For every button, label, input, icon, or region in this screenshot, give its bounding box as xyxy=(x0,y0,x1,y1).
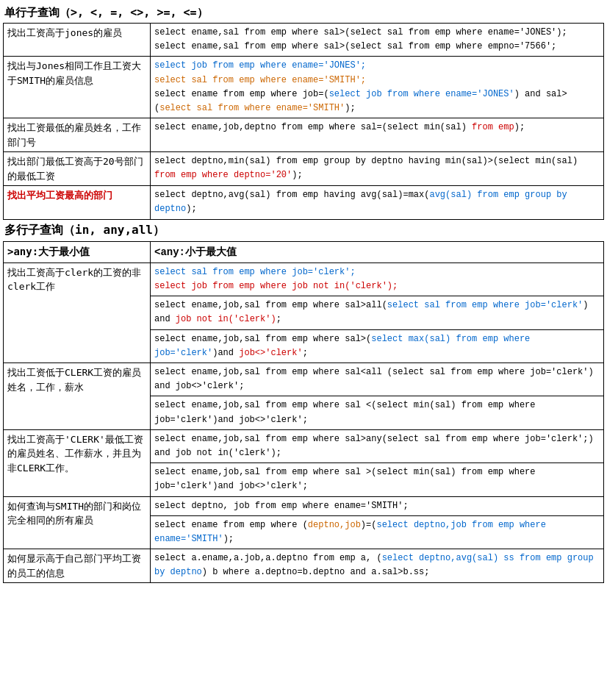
right-cell: select ename,sal from emp where sal>(sel… xyxy=(151,24,604,57)
right-cell: select ename,job,sal from emp where sal>… xyxy=(151,429,604,463)
section1-title: 单行子查询（>, <, =, <>, >=, <=） xyxy=(3,3,604,23)
main-container: 单行子查询（>, <, =, <>, >=, <=） 找出工资高于jones的雇… xyxy=(0,0,607,586)
left-cell: 找出与Jones相同工作且工资大于SMITH的雇员信息 xyxy=(4,57,151,118)
table-row: 找出工资高于jones的雇员 select ename,sal from emp… xyxy=(4,24,604,57)
table-row: 找出工资高于'CLERK'最低工资的雇员姓名、工作薪水，并且为非CLERK工作。… xyxy=(4,429,604,463)
left-cell: 如何显示高于自己部门平均工资的员工的信息 xyxy=(4,549,151,583)
table2: >any:大于最小值 <any:小于最大值 找出工资高于clerk的工资的非cl… xyxy=(3,241,604,584)
table-row: 找出工资高于clerk的工资的非clerk工作 select sal from … xyxy=(4,262,604,296)
table-row: 找出工资低于CLERK工资的雇员姓名，工作，薪水 select ename,jo… xyxy=(4,363,604,396)
any-left: >any:大于最小值 xyxy=(4,241,151,262)
table1: 找出工资高于jones的雇员 select ename,sal from emp… xyxy=(3,23,604,220)
table-row: 找出部门最低工资高于20号部门的最低工资 select deptno,min(s… xyxy=(4,152,604,186)
left-cell: 找出部门最低工资高于20号部门的最低工资 xyxy=(4,152,151,186)
right-cell: select ename,job,sal from emp where sal<… xyxy=(151,363,604,396)
right-cell: select deptno,min(sal) from emp group by… xyxy=(151,152,604,186)
right-cell: select ename,job,deptno from emp where s… xyxy=(151,118,604,152)
section2-title-text: 多行子查询（in, any,all） xyxy=(4,223,165,237)
right-cell: select ename,job,sal from emp where sal … xyxy=(151,396,604,429)
right-cell: select a.ename,a.job,a.deptno from emp a… xyxy=(151,549,604,583)
section1-title-text: 单行子查询（>, <, =, <>, >=, <=） xyxy=(4,6,208,19)
right-cell: select deptno,avg(sal) from emp having a… xyxy=(151,186,604,219)
right-cell: select deptno, job from emp where ename=… xyxy=(151,496,604,515)
right-cell: select sal from emp where job='clerk'; s… xyxy=(151,262,604,296)
left-cell: 找出工资高于jones的雇员 xyxy=(4,24,151,57)
table-row: 找出与Jones相同工作且工资大于SMITH的雇员信息 select job f… xyxy=(4,57,604,118)
right-cell: select ename from emp where (deptno,job)… xyxy=(151,515,604,549)
right-cell: select ename,job,sal from emp where sal>… xyxy=(151,296,604,329)
left-cell: 找出工资低于CLERK工资的雇员姓名，工作，薪水 xyxy=(4,363,151,430)
table-row: 找出工资最低的雇员姓名，工作部门号 select ename,job,deptn… xyxy=(4,118,604,152)
table-row: 如何显示高于自己部门平均工资的员工的信息 select a.ename,a.jo… xyxy=(4,549,604,583)
table-row: 如何查询与SMITH的部门和岗位完全相同的所有雇员 select deptno,… xyxy=(4,496,604,515)
left-cell: 找出工资高于clerk的工资的非clerk工作 xyxy=(4,262,151,362)
right-cell: select ename,job,sal from emp where sal>… xyxy=(151,329,604,362)
any-header-row: >any:大于最小值 <any:小于最大值 xyxy=(4,241,604,262)
left-cell: 找出工资高于'CLERK'最低工资的雇员姓名、工作薪水，并且为非CLERK工作。 xyxy=(4,429,151,496)
left-cell: 如何查询与SMITH的部门和岗位完全相同的所有雇员 xyxy=(4,496,151,549)
right-cell: select job from emp where ename='JONES';… xyxy=(151,57,604,118)
left-cell: 找出工资最低的雇员姓名，工作部门号 xyxy=(4,118,151,152)
any-right: <any:小于最大值 xyxy=(151,241,604,262)
section2-title: 多行子查询（in, any,all） xyxy=(3,220,604,241)
table-row: 找出平均工资最高的部门 select deptno,avg(sal) from … xyxy=(4,186,604,219)
right-cell: select ename,job,sal from emp where sal … xyxy=(151,463,604,496)
left-cell-red: 找出平均工资最高的部门 xyxy=(4,186,151,219)
